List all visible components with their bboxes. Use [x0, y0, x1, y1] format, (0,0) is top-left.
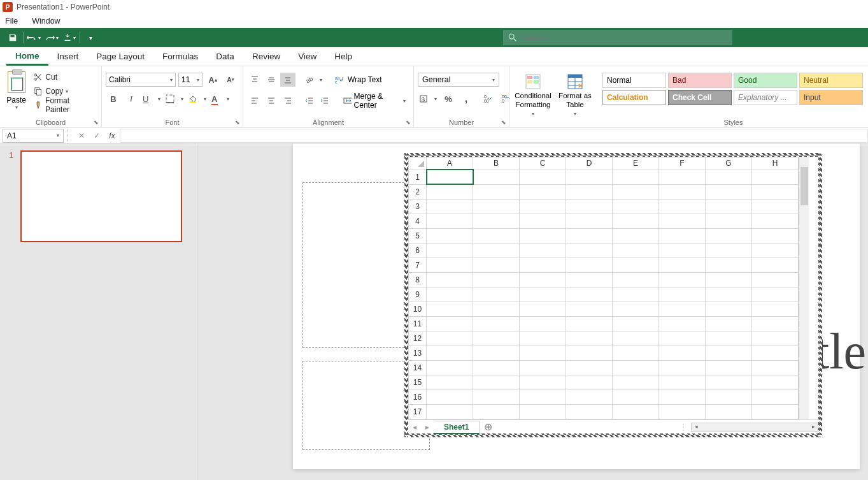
cell[interactable]	[752, 360, 799, 375]
cell[interactable]	[520, 272, 566, 287]
save-button[interactable]	[4, 30, 22, 45]
cell[interactable]	[566, 243, 613, 258]
cell[interactable]	[473, 170, 520, 184]
orientation-button[interactable]: ab ▾	[303, 73, 324, 87]
cell[interactable]	[706, 302, 752, 316]
cell-styles-gallery[interactable]: Normal Bad Good Neutral Calculation Chec…	[602, 73, 863, 105]
dialog-launcher-icon[interactable]: ⬊	[94, 119, 99, 126]
cell[interactable]	[566, 331, 613, 345]
embedded-spreadsheet[interactable]: A B C D E F G H 1 2 3 4	[404, 153, 822, 437]
decrease-indent-button[interactable]	[303, 94, 316, 108]
search-input[interactable]	[522, 33, 727, 43]
row-header[interactable]: 14	[409, 360, 427, 375]
cell[interactable]	[520, 243, 566, 258]
format-as-table-button[interactable]: Format as Table▾	[555, 70, 595, 117]
row-header[interactable]: 6	[409, 243, 427, 258]
tab-help[interactable]: Help	[325, 48, 361, 64]
style-calculation[interactable]: Calculation	[602, 90, 666, 105]
cell[interactable]	[706, 199, 752, 214]
cell[interactable]	[566, 184, 613, 199]
cell[interactable]	[752, 228, 799, 243]
vertical-scrollbar[interactable]	[799, 157, 809, 419]
row-header[interactable]: 12	[409, 331, 427, 345]
cell[interactable]	[659, 184, 706, 199]
menu-file[interactable]: File	[3, 15, 20, 27]
style-neutral[interactable]: Neutral	[799, 73, 863, 88]
customize-qat-button[interactable]: ▾	[82, 30, 99, 45]
cell[interactable]	[473, 243, 520, 258]
column-header[interactable]: B	[473, 157, 520, 170]
cell[interactable]	[427, 184, 473, 199]
cell[interactable]	[473, 184, 520, 199]
cell[interactable]	[473, 360, 520, 375]
cell[interactable]	[659, 243, 706, 258]
cell[interactable]	[659, 258, 706, 272]
cell[interactable]	[566, 389, 613, 404]
cell[interactable]	[473, 258, 520, 272]
cell[interactable]	[706, 331, 752, 345]
row-header[interactable]: 4	[409, 214, 427, 228]
dialog-launcher-icon[interactable]: ⬊	[406, 119, 411, 126]
row-header[interactable]: 17	[409, 404, 427, 419]
italic-button[interactable]: I	[124, 92, 139, 106]
cell[interactable]	[427, 258, 473, 272]
cell[interactable]	[520, 375, 566, 389]
row-header[interactable]: 9	[409, 287, 427, 302]
cell[interactable]	[659, 345, 706, 360]
column-header[interactable]: E	[613, 157, 659, 170]
redo-button[interactable]: ▾	[43, 30, 60, 45]
dialog-launcher-icon[interactable]: ⬊	[501, 119, 506, 126]
cell[interactable]	[566, 404, 613, 419]
slide-canvas[interactable]: tle A B C D E F G H	[197, 144, 868, 480]
cell[interactable]	[752, 302, 799, 316]
cell[interactable]	[613, 375, 659, 389]
cell[interactable]	[706, 170, 752, 184]
tab-page-layout[interactable]: Page Layout	[87, 48, 153, 64]
touch-mode-button[interactable]: ▾	[60, 30, 78, 45]
column-header[interactable]: A	[427, 157, 473, 170]
cell[interactable]	[427, 302, 473, 316]
cell[interactable]	[473, 228, 520, 243]
cell[interactable]	[473, 272, 520, 287]
align-bottom-button[interactable]	[280, 73, 295, 87]
cell[interactable]	[566, 287, 613, 302]
row-header[interactable]: 15	[409, 375, 427, 389]
cell[interactable]	[427, 375, 473, 389]
cell[interactable]	[520, 170, 566, 184]
cell[interactable]	[427, 228, 473, 243]
align-left-button[interactable]	[247, 94, 262, 108]
cell[interactable]	[613, 228, 659, 243]
row-header[interactable]: 3	[409, 199, 427, 214]
font-name-dropdown[interactable]: Calibri▾	[106, 73, 176, 87]
cell[interactable]	[520, 389, 566, 404]
align-right-button[interactable]	[280, 94, 295, 108]
cell[interactable]	[659, 404, 706, 419]
align-top-button[interactable]	[247, 73, 262, 87]
select-all-corner[interactable]	[409, 157, 427, 170]
horizontal-scrollbar[interactable]: ◂ ▸	[691, 423, 818, 432]
cell[interactable]	[520, 316, 566, 331]
cell[interactable]	[613, 302, 659, 316]
underline-button[interactable]: U▾	[141, 92, 162, 106]
cell[interactable]	[613, 199, 659, 214]
cell[interactable]	[706, 243, 752, 258]
cell[interactable]	[520, 214, 566, 228]
increase-font-button[interactable]: A▴	[205, 73, 220, 87]
search-box[interactable]	[503, 30, 732, 45]
cell[interactable]	[427, 214, 473, 228]
cell[interactable]	[473, 287, 520, 302]
cell[interactable]	[659, 272, 706, 287]
style-check-cell[interactable]: Check Cell	[668, 90, 732, 105]
menu-window[interactable]: Window	[29, 15, 62, 27]
cell[interactable]	[706, 404, 752, 419]
cell[interactable]	[752, 316, 799, 331]
cell[interactable]	[566, 302, 613, 316]
cell[interactable]	[566, 199, 613, 214]
tab-split-handle[interactable]: ⋮	[679, 423, 687, 432]
number-format-dropdown[interactable]: General▾	[418, 73, 499, 87]
cell-a1[interactable]	[427, 170, 473, 184]
cell[interactable]	[427, 243, 473, 258]
cell[interactable]	[473, 302, 520, 316]
cell[interactable]	[706, 316, 752, 331]
cell[interactable]	[706, 389, 752, 404]
